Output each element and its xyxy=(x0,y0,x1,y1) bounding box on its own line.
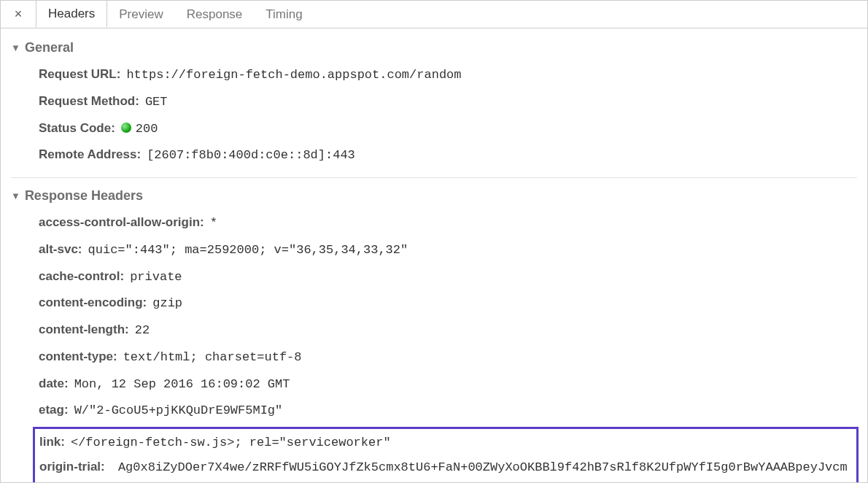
row-acao: access-control-allow-origin: * xyxy=(33,209,867,236)
divider xyxy=(11,177,857,178)
section-general-header[interactable]: ▼ General xyxy=(1,37,867,60)
chevron-down-icon: ▼ xyxy=(11,42,20,53)
section-response-headers-title: Response Headers xyxy=(25,188,143,204)
row-status-code: Status Code: 200 xyxy=(33,115,867,142)
val-origin-trial-line: origin-trial: Ag0x8iZyDOer7X4we/zRRFfWU5… xyxy=(39,457,852,483)
key-cache-control: cache-control: xyxy=(39,266,124,287)
val-status-code-text: 200 xyxy=(136,122,158,136)
key-origin-trial: origin-trial: xyxy=(39,460,105,474)
row-request-method: Request Method: GET xyxy=(33,88,867,115)
key-content-type: content-type: xyxy=(39,346,117,368)
key-alt-svc: alt-svc: xyxy=(39,239,82,260)
val-content-encoding: gzip xyxy=(152,293,182,314)
close-icon[interactable]: × xyxy=(1,7,36,22)
val-acao: * xyxy=(210,212,217,234)
tab-timing[interactable]: Timing xyxy=(254,1,314,28)
row-cache-control: cache-control: private xyxy=(33,263,867,290)
tab-response[interactable]: Response xyxy=(175,1,255,28)
row-content-type: content-type: text/html; charset=utf-8 xyxy=(33,344,867,371)
val-remote-address: [2607:f8b0:400d:c0e::8d]:443 xyxy=(147,144,355,166)
headers-panel: ▼ General Request URL: https://foreign-f… xyxy=(1,28,867,483)
val-link: </foreign-fetch-sw.js>; rel="servicework… xyxy=(71,433,391,454)
row-request-url: Request URL: https://foreign-fetch-demo.… xyxy=(33,61,867,88)
chevron-down-icon: ▼ xyxy=(11,190,20,201)
response-headers-list: access-control-allow-origin: * alt-svc: … xyxy=(1,208,867,425)
row-content-length: content-length: 22 xyxy=(33,317,867,344)
val-origin-trial: Ag0x8iZyDOer7X4we/zRRFfWU5iGOYJfZk5cmx8t… xyxy=(39,460,850,483)
section-response-headers-header[interactable]: ▼ Response Headers xyxy=(1,185,867,208)
val-status-code: 200 xyxy=(121,118,158,140)
key-date: date: xyxy=(39,373,69,395)
key-link: link: xyxy=(39,432,65,453)
val-request-url: https://foreign-fetch-demo.appspot.com/r… xyxy=(126,64,461,86)
key-status-code: Status Code: xyxy=(39,117,115,139)
key-request-url: Request URL: xyxy=(39,63,120,85)
key-remote-address: Remote Address: xyxy=(39,144,141,166)
val-content-length: 22 xyxy=(135,320,150,341)
key-request-method: Request Method: xyxy=(39,90,139,112)
row-date: date: Mon, 12 Sep 2016 16:09:02 GMT xyxy=(33,371,867,398)
section-general: ▼ General Request URL: https://foreign-f… xyxy=(1,34,867,173)
tab-preview[interactable]: Preview xyxy=(107,1,174,28)
highlight-box: link: </foreign-fetch-sw.js>; rel="servi… xyxy=(33,427,859,483)
key-acao: access-control-allow-origin: xyxy=(39,212,204,233)
row-remote-address: Remote Address: [2607:f8b0:400d:c0e::8d]… xyxy=(33,142,867,169)
tab-headers[interactable]: Headers xyxy=(36,1,107,28)
val-alt-svc: quic=":443"; ma=2592000; v="36,35,34,33,… xyxy=(88,239,408,261)
key-content-length: content-length: xyxy=(39,319,129,341)
row-etag: etag: W/"2-GcoU5+pjKKQuDrE9WF5MIg" xyxy=(33,397,867,424)
val-etag: W/"2-GcoU5+pjKKQuDrE9WF5MIg" xyxy=(74,400,283,422)
row-alt-svc: alt-svc: quic=":443"; ma=2592000; v="36,… xyxy=(33,236,867,263)
val-date: Mon, 12 Sep 2016 16:09:02 GMT xyxy=(74,374,290,395)
tabbar: × Headers Preview Response Timing xyxy=(1,1,867,28)
row-origin-trial: origin-trial: Ag0x8iZyDOer7X4we/zRRFfWU5… xyxy=(39,455,852,483)
row-link: link: </foreign-fetch-sw.js>; rel="servi… xyxy=(39,430,852,455)
general-list: Request URL: https://foreign-fetch-demo.… xyxy=(1,60,867,170)
section-response-headers: ▼ Response Headers access-control-allow-… xyxy=(1,182,867,483)
status-dot-icon xyxy=(121,123,131,133)
key-etag: etag: xyxy=(39,399,69,421)
val-cache-control: private xyxy=(130,266,182,288)
val-content-type: text/html; charset=utf-8 xyxy=(123,347,302,368)
section-general-title: General xyxy=(25,40,74,55)
val-request-method: GET xyxy=(145,91,168,113)
key-content-encoding: content-encoding: xyxy=(39,292,147,314)
row-content-encoding: content-encoding: gzip xyxy=(33,290,867,317)
